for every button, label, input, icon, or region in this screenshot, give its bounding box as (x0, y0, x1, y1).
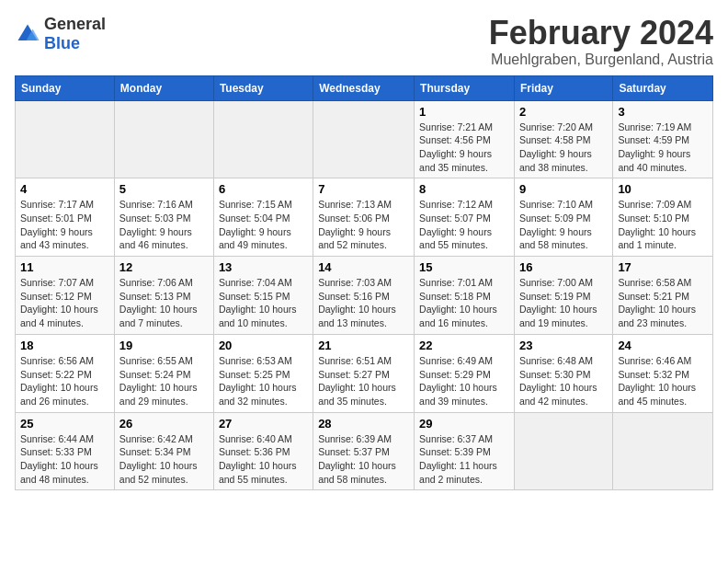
day-info: Sunrise: 7:06 AM Sunset: 5:13 PM Dayligh… (119, 276, 209, 330)
day-info: Sunrise: 6:40 AM Sunset: 5:36 PM Dayligh… (219, 432, 308, 487)
week-row-4: 18Sunrise: 6:56 AM Sunset: 5:22 PM Dayli… (16, 334, 713, 412)
day-number: 21 (318, 339, 409, 352)
day-info: Sunrise: 7:15 AM Sunset: 5:04 PM Dayligh… (219, 198, 308, 252)
day-info: Sunrise: 7:04 AM Sunset: 5:15 PM Dayligh… (219, 276, 308, 330)
day-cell: 20Sunrise: 6:53 AM Sunset: 5:25 PM Dayli… (213, 334, 313, 412)
day-cell: 14Sunrise: 7:03 AM Sunset: 5:16 PM Dayli… (313, 257, 415, 335)
day-info: Sunrise: 6:42 AM Sunset: 5:34 PM Dayligh… (119, 432, 209, 487)
logo-blue: Blue (44, 34, 80, 52)
day-number: 25 (20, 417, 109, 431)
day-info: Sunrise: 7:09 AM Sunset: 5:10 PM Dayligh… (618, 198, 708, 252)
week-row-5: 25Sunrise: 6:44 AM Sunset: 5:33 PM Dayli… (16, 412, 713, 490)
day-cell: 4Sunrise: 7:17 AM Sunset: 5:01 PM Daylig… (16, 178, 115, 257)
day-info: Sunrise: 7:01 AM Sunset: 5:18 PM Dayligh… (419, 276, 509, 330)
day-number: 1 (419, 105, 509, 119)
main-title: February 2024 (489, 15, 713, 52)
day-info: Sunrise: 7:16 AM Sunset: 5:03 PM Dayligh… (119, 198, 209, 252)
day-cell: 17Sunrise: 6:58 AM Sunset: 5:21 PM Dayli… (613, 257, 713, 335)
logo: General Blue (15, 15, 106, 53)
day-cell: 1Sunrise: 7:21 AM Sunset: 4:56 PM Daylig… (415, 100, 515, 178)
header-cell-saturday: Saturday (613, 75, 713, 100)
day-cell: 5Sunrise: 7:16 AM Sunset: 5:03 PM Daylig… (114, 178, 213, 257)
day-number: 26 (119, 417, 209, 431)
day-number: 3 (618, 105, 708, 119)
day-number: 27 (219, 417, 308, 431)
day-number: 9 (519, 182, 608, 196)
day-cell: 9Sunrise: 7:10 AM Sunset: 5:09 PM Daylig… (514, 178, 612, 257)
day-number: 4 (20, 182, 109, 196)
day-number: 15 (419, 260, 509, 274)
day-cell: 12Sunrise: 7:06 AM Sunset: 5:13 PM Dayli… (114, 257, 213, 335)
day-info: Sunrise: 7:17 AM Sunset: 5:01 PM Dayligh… (20, 198, 109, 252)
day-info: Sunrise: 7:12 AM Sunset: 5:07 PM Dayligh… (419, 198, 509, 252)
day-cell: 2Sunrise: 7:20 AM Sunset: 4:58 PM Daylig… (514, 100, 612, 178)
calendar-body: 1Sunrise: 7:21 AM Sunset: 4:56 PM Daylig… (16, 100, 713, 490)
day-cell (613, 412, 713, 490)
day-info: Sunrise: 6:56 AM Sunset: 5:22 PM Dayligh… (20, 354, 109, 408)
header-cell-monday: Monday (114, 75, 213, 100)
day-info: Sunrise: 6:55 AM Sunset: 5:24 PM Dayligh… (119, 354, 209, 408)
day-cell: 18Sunrise: 6:56 AM Sunset: 5:22 PM Dayli… (16, 334, 115, 412)
day-cell: 21Sunrise: 6:51 AM Sunset: 5:27 PM Dayli… (313, 334, 415, 412)
day-number: 2 (519, 105, 608, 119)
day-info: Sunrise: 7:20 AM Sunset: 4:58 PM Dayligh… (519, 121, 608, 175)
day-number: 28 (318, 417, 409, 431)
day-number: 19 (119, 339, 209, 352)
day-cell: 8Sunrise: 7:12 AM Sunset: 5:07 PM Daylig… (415, 178, 515, 257)
day-cell: 22Sunrise: 6:49 AM Sunset: 5:29 PM Dayli… (415, 334, 515, 412)
day-number: 8 (419, 182, 509, 196)
header-cell-sunday: Sunday (16, 75, 115, 100)
week-row-2: 4Sunrise: 7:17 AM Sunset: 5:01 PM Daylig… (16, 178, 713, 257)
header-cell-thursday: Thursday (415, 75, 515, 100)
day-cell: 19Sunrise: 6:55 AM Sunset: 5:24 PM Dayli… (114, 334, 213, 412)
day-info: Sunrise: 6:53 AM Sunset: 5:25 PM Dayligh… (219, 354, 308, 408)
header-cell-tuesday: Tuesday (213, 75, 313, 100)
day-cell: 29Sunrise: 6:37 AM Sunset: 5:39 PM Dayli… (415, 412, 515, 490)
day-info: Sunrise: 6:44 AM Sunset: 5:33 PM Dayligh… (20, 432, 109, 487)
day-info: Sunrise: 6:46 AM Sunset: 5:32 PM Dayligh… (618, 354, 708, 408)
day-number: 13 (219, 260, 308, 274)
day-cell (16, 100, 115, 178)
day-number: 18 (20, 339, 109, 352)
day-number: 29 (419, 417, 509, 431)
day-cell: 26Sunrise: 6:42 AM Sunset: 5:34 PM Dayli… (114, 412, 213, 490)
logo-icon (15, 21, 40, 47)
day-number: 5 (119, 182, 209, 196)
day-cell (514, 412, 612, 490)
day-info: Sunrise: 6:48 AM Sunset: 5:30 PM Dayligh… (519, 354, 608, 408)
header: General Blue February 2024 Muehlgraben, … (15, 15, 713, 68)
day-info: Sunrise: 6:51 AM Sunset: 5:27 PM Dayligh… (318, 354, 409, 408)
day-cell: 11Sunrise: 7:07 AM Sunset: 5:12 PM Dayli… (16, 257, 115, 335)
header-cell-wednesday: Wednesday (313, 75, 415, 100)
day-info: Sunrise: 7:13 AM Sunset: 5:06 PM Dayligh… (318, 198, 409, 252)
day-info: Sunrise: 7:21 AM Sunset: 4:56 PM Dayligh… (419, 121, 509, 175)
day-cell: 16Sunrise: 7:00 AM Sunset: 5:19 PM Dayli… (514, 257, 612, 335)
day-info: Sunrise: 6:39 AM Sunset: 5:37 PM Dayligh… (318, 432, 409, 487)
day-number: 11 (20, 260, 109, 274)
day-number: 20 (219, 339, 308, 352)
day-number: 24 (618, 339, 708, 352)
day-number: 22 (419, 339, 509, 352)
day-cell: 7Sunrise: 7:13 AM Sunset: 5:06 PM Daylig… (313, 178, 415, 257)
day-number: 12 (119, 260, 209, 274)
day-info: Sunrise: 7:03 AM Sunset: 5:16 PM Dayligh… (318, 276, 409, 330)
day-cell: 3Sunrise: 7:19 AM Sunset: 4:59 PM Daylig… (613, 100, 713, 178)
day-cell: 25Sunrise: 6:44 AM Sunset: 5:33 PM Dayli… (16, 412, 115, 490)
subtitle: Muehlgraben, Burgenland, Austria (489, 52, 713, 68)
day-cell: 23Sunrise: 6:48 AM Sunset: 5:30 PM Dayli… (514, 334, 612, 412)
day-info: Sunrise: 6:58 AM Sunset: 5:21 PM Dayligh… (618, 276, 708, 330)
day-number: 14 (318, 260, 409, 274)
day-info: Sunrise: 7:00 AM Sunset: 5:19 PM Dayligh… (519, 276, 608, 330)
calendar-table: SundayMondayTuesdayWednesdayThursdayFrid… (15, 75, 713, 491)
day-number: 6 (219, 182, 308, 196)
header-row: SundayMondayTuesdayWednesdayThursdayFrid… (16, 75, 713, 100)
day-cell: 24Sunrise: 6:46 AM Sunset: 5:32 PM Dayli… (613, 334, 713, 412)
day-cell (213, 100, 313, 178)
day-cell: 10Sunrise: 7:09 AM Sunset: 5:10 PM Dayli… (613, 178, 713, 257)
week-row-3: 11Sunrise: 7:07 AM Sunset: 5:12 PM Dayli… (16, 257, 713, 335)
day-number: 16 (519, 260, 608, 274)
day-cell (313, 100, 415, 178)
title-area: February 2024 Muehlgraben, Burgenland, A… (489, 15, 713, 68)
day-cell: 28Sunrise: 6:39 AM Sunset: 5:37 PM Dayli… (313, 412, 415, 490)
day-number: 7 (318, 182, 409, 196)
